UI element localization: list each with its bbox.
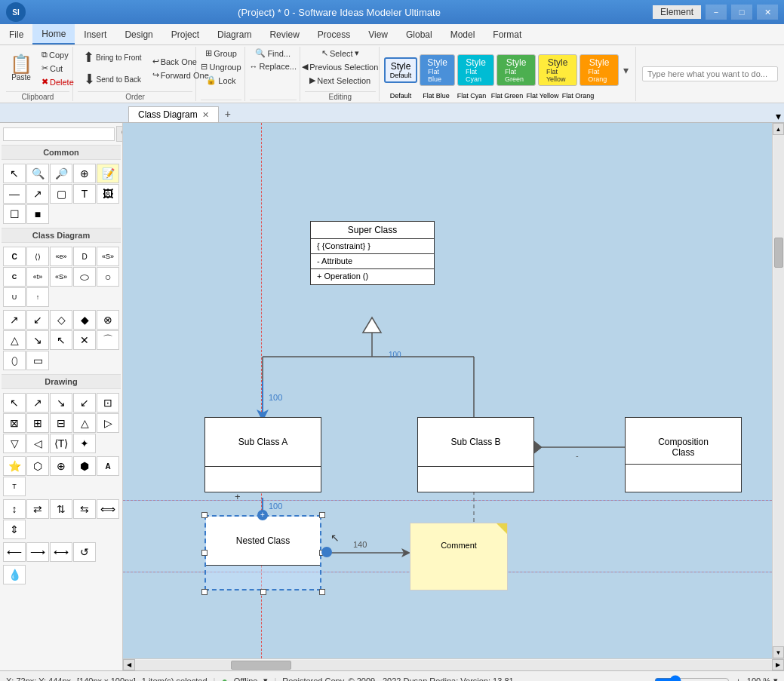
sidebar-icon-arr3[interactable]: ↘ [26,330,49,350]
sidebar-icon-checkbox[interactable]: ☐ [3,204,26,224]
menu-home[interactable]: Home [32,24,75,44]
drawing-icon-1[interactable]: ↖ [3,393,26,413]
menu-model[interactable]: Model [441,24,484,44]
prev-selection-button[interactable]: ◀ Previous Selection [298,60,382,73]
drawing-icon-15[interactable]: ⭐ [3,456,26,476]
menu-project[interactable]: Project [162,24,208,44]
drawing-icon-27[interactable]: ⟵ [3,542,26,562]
sidebar-icon-crosshair[interactable]: ⊕ [73,164,96,183]
ribbon-search[interactable] [635,47,781,101]
zoom-dropdown[interactable]: ▾ [773,676,778,681]
next-selection-button[interactable]: ▶ Next Selection [306,74,374,87]
style-default-button[interactable]: Style Default [384,57,417,83]
menu-process[interactable]: Process [309,24,359,44]
scroll-track[interactable] [773,135,784,646]
cut-button[interactable]: ✂ Cut [38,62,78,75]
nested-class-box[interactable]: Nested Class [204,515,321,591]
drawing-icon-12[interactable]: ◁ [26,434,49,453]
ungroup-button[interactable]: ⊟ Ungroup [197,60,244,73]
sidebar-icon-oval[interactable]: ⬯ [3,351,26,370]
sidebar-icon-note[interactable]: 📝 [97,164,119,183]
sidebar-icon-dependency[interactable]: ↑ [26,287,49,307]
comment-box[interactable]: Comment [410,523,508,591]
drawing-icon-8[interactable]: ⊟ [50,413,72,433]
style-flat-cyan-button[interactable]: Style Flat Cyan [457,54,494,86]
menu-design[interactable]: Design [115,24,161,44]
scroll-up-button[interactable]: ▲ [773,123,784,135]
drawing-icon-17[interactable]: ⊕ [50,456,72,476]
sidebar-icon-classname[interactable]: C [3,267,26,287]
add-tab-button[interactable]: + [219,106,237,122]
sidebar-icon-interface[interactable]: ⟨⟩ [26,247,49,266]
drawing-icon-10[interactable]: ▷ [97,413,119,433]
drawing-icon-26[interactable]: ⇕ [3,520,26,539]
sidebar-icon-half-circle[interactable]: ⌒ [97,330,119,350]
drawing-icon-13[interactable]: ⟨T⟩ [50,434,72,453]
sidebar-icon-square[interactable]: ■ [26,204,49,224]
tab-close-icon[interactable]: ✕ [202,110,209,120]
sidebar-icon-arr4[interactable]: ↖ [50,330,72,350]
minimize-button[interactable]: − [706,5,727,20]
style-flat-yellow-button[interactable]: Style Flat Yellow [538,54,577,86]
group-button[interactable]: ⊞ Group [201,47,241,60]
sidebar-icon-zoom-in[interactable]: 🔍 [26,164,49,183]
close-button[interactable]: ✕ [757,5,778,20]
menu-view[interactable]: View [359,24,397,44]
drawing-icon-9[interactable]: △ [73,413,96,433]
sub-class-b-box[interactable]: Sub Class B [417,417,534,492]
scroll-down-button[interactable]: ▼ [773,646,784,658]
drawing-icon-18[interactable]: ⬢ [73,456,96,476]
style-flat-green-button[interactable]: Style Flat Green [497,54,536,86]
find-button[interactable]: 🔍 Find... [251,47,294,60]
menu-insert[interactable]: Insert [75,24,115,44]
sidebar-icon-filled-diamond[interactable]: ◆ [73,310,96,330]
sidebar-icon-datatype[interactable]: D [73,247,96,266]
sidebar-icon-empty[interactable]: △ [3,330,26,350]
drawing-icon-24[interactable]: ⇆ [73,499,96,519]
menu-file[interactable]: File [0,24,32,44]
scroll-thumb[interactable] [774,238,783,268]
sidebar-icon-ellipse[interactable]: ⬭ [73,267,96,287]
status-expand[interactable]: ▾ [263,676,268,681]
drawing-icon-20[interactable]: T [3,477,26,496]
menu-diagram[interactable]: Diagram [208,24,260,44]
hscroll-track[interactable] [135,660,772,670]
styles-more-button[interactable]: ▾ [621,61,631,79]
drawing-icon-21[interactable]: ↕ [3,499,26,519]
sidebar-icon-arrow[interactable]: ↗ [26,184,49,204]
zoom-slider[interactable] [654,675,730,682]
sidebar-icon-realization[interactable]: «S» [50,267,72,287]
drawing-icon-4[interactable]: ↙ [73,393,96,413]
search-input[interactable] [642,66,778,81]
composition-class-box[interactable]: CompositionClass [625,417,742,492]
style-flat-blue-button[interactable]: Style Flat Blue [420,54,455,86]
delete-button[interactable]: ✖ Delete [38,75,78,88]
sidebar-icon-association[interactable]: «S» [97,247,119,266]
drawing-icon-30[interactable]: ↺ [73,542,96,562]
sidebar-icon-ellipse2[interactable]: ○ [97,267,119,287]
sidebar-icon-enumeration[interactable]: «e» [50,247,72,266]
copy-button[interactable]: ⧉ Copy [38,48,78,61]
sidebar-icon-arr2[interactable]: ↙ [26,310,49,330]
drawing-icon-22[interactable]: ⇄ [26,499,49,519]
sidebar-icon-class[interactable]: C [3,247,26,266]
menu-format[interactable]: Format [484,24,530,44]
bring-front-button[interactable]: ⬆ Bring to Front [78,47,147,68]
sidebar-icon-line[interactable]: — [3,184,26,204]
sidebar-icon-zoom-out[interactable]: 🔎 [50,164,72,183]
super-class-box[interactable]: Super Class { {Constraint} } - Attribute… [310,221,435,285]
sidebar-icon-cross[interactable]: ✕ [73,330,96,350]
drawing-area[interactable]: 100 - 100 140 [123,123,772,658]
sidebar-icon-diamond[interactable]: ◇ [50,310,72,330]
sidebar-icon-rounded-rect[interactable]: ▭ [26,351,49,370]
drawing-icon-11[interactable]: ▽ [3,434,26,453]
sidebar-icon-image[interactable]: 🖼 [97,184,119,204]
drawing-icon-16[interactable]: ⬡ [26,456,49,476]
sidebar-search-button[interactable]: 🔍 [116,126,123,142]
drawing-icon-3[interactable]: ↘ [50,393,72,413]
sidebar-icon-pointer[interactable]: ↖ [3,164,26,183]
connector-handle-right[interactable] [321,547,332,557]
menu-review[interactable]: Review [260,24,308,44]
drawing-icon-drop[interactable]: 💧 [3,565,26,584]
zoom-plus[interactable]: + [733,676,743,682]
